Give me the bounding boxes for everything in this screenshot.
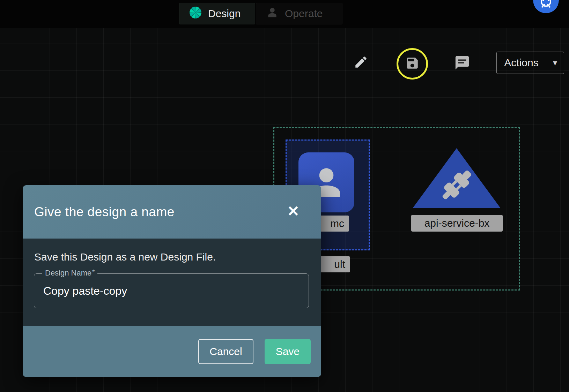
comment-button[interactable] [454,55,471,72]
modal-title: Give the design a name [34,205,175,219]
operator-icon [265,6,279,22]
modal-footer: Cancel Save [23,326,321,377]
node-api-service[interactable] [413,148,501,208]
node-user-sublabel-text: ult [334,258,345,270]
save-button[interactable]: Save [265,339,311,364]
floppy-save-icon [405,56,420,72]
design-name-input[interactable] [34,273,309,308]
tab-operate[interactable]: Operate [256,3,342,24]
pencil-icon [354,55,368,71]
actions-button[interactable]: Actions ▾ [496,52,564,74]
cancel-button[interactable]: Cancel [198,339,253,364]
save-design-button[interactable] [397,48,428,80]
node-api-label-text: api-service-bx [424,217,490,229]
required-marker: * [92,269,95,276]
design-name-label: Design Name* [42,269,97,278]
design-name-label-text: Design Name [45,269,91,277]
comment-icon [454,55,470,72]
avatar[interactable] [533,0,559,13]
edit-button[interactable] [353,55,369,70]
save-design-modal: Give the design a name ✕ Save this Desig… [23,185,321,377]
modal-header: Give the design a name ✕ [23,185,321,239]
modal-body: Save this Design as a new Design File. D… [23,239,321,326]
actions-button-label: Actions [497,52,546,74]
node-api-label: api-service-bx [411,215,503,232]
tab-design-label: Design [208,8,241,20]
app-header: Design Operate [0,0,569,28]
tab-operate-label: Operate [285,8,323,20]
caret-down-icon[interactable]: ▾ [546,52,564,74]
kubernetes-wheel-icon [533,8,559,13]
tab-design[interactable]: Design [179,3,255,24]
app-root: Design Operate [0,0,569,392]
design-name-field: Design Name* [34,273,309,308]
modal-description: Save this Design as a new Design File. [34,251,216,263]
meshery-logo-icon [189,6,202,22]
close-icon[interactable]: ✕ [283,201,303,221]
node-user-label-text: mc [330,218,344,229]
